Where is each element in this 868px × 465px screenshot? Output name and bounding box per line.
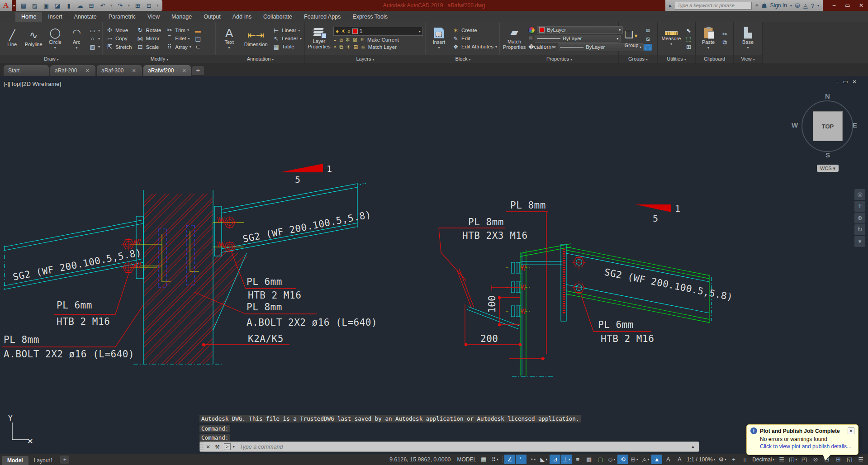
viewcube-top-face[interactable]: TOP (813, 111, 843, 141)
undo-icon[interactable]: ↶ (99, 2, 106, 9)
object-snap-tracking-icon[interactable]: ⊥▾ (561, 455, 572, 464)
ungroup-button[interactable]: ⧇ (644, 27, 652, 34)
text-button[interactable]: AText▾ (219, 23, 239, 54)
quick-select-button[interactable]: ⬉ (685, 27, 693, 34)
base-button[interactable]: ▙Base▾ (736, 23, 759, 54)
save-icon[interactable]: ▣ (43, 2, 50, 9)
help-dropdown-icon[interactable]: ▾ (817, 4, 819, 8)
plot-icon[interactable]: ⊟ (88, 2, 95, 9)
app-menu-dropdown-icon[interactable]: ▾ (12, 4, 16, 8)
sign-in-button[interactable]: Sign In (770, 2, 787, 9)
autocad-logo[interactable]: A (0, 0, 12, 11)
isolate-icon[interactable]: ▯ (740, 455, 750, 464)
panel-label-clipboard[interactable]: Clipboard (696, 55, 733, 63)
quick-properties-icon[interactable]: ☰ (776, 455, 787, 464)
wcs-menu[interactable]: WCS ▾ (817, 165, 839, 172)
customization-icon[interactable]: ☰ (855, 455, 866, 464)
pan-icon[interactable]: ✛ (854, 201, 865, 212)
redo-icon[interactable]: ↷ (117, 2, 124, 9)
stretch-button[interactable]: ⇱Stretch (106, 43, 132, 50)
save-as-icon[interactable]: ◪ (54, 2, 61, 9)
viewport-controls[interactable]: [-][Top][2D Wireframe] (4, 81, 61, 87)
plot-preview-icon[interactable]: ⊡ (145, 2, 152, 9)
isodraft-icon[interactable]: ◣▾ (538, 455, 549, 464)
edit-block-button[interactable]: ✎Edit (452, 35, 497, 42)
open-icon[interactable]: ▨ (31, 2, 38, 9)
file-tab-arafwf200[interactable]: aRafwf200✕ (143, 65, 191, 76)
polyline-button[interactable]: ∿Polyline (24, 23, 43, 54)
group-selection-button[interactable]: ⬚ (644, 44, 652, 51)
ribbon-tab-parametric[interactable]: Parametric (103, 12, 142, 22)
panel-label-annotation[interactable]: Annotation ▾ (216, 55, 304, 63)
layer-unlock2-icon[interactable]: ⊞ (354, 44, 358, 50)
new-layout-button[interactable]: + (60, 456, 69, 464)
annotation-visibility-icon[interactable]: ◬▾ (640, 455, 651, 464)
layer-unisolate-icon[interactable]: ⧉ (339, 44, 343, 50)
infer-constraints-icon[interactable]: ∠ (504, 455, 515, 464)
match-layer-button[interactable]: Match Layer (368, 44, 397, 50)
dynamic-ucs-icon[interactable]: ⟲ (617, 455, 628, 464)
ribbon-tab-output[interactable]: Output (198, 12, 227, 22)
ribbon-tab-add-ins[interactable]: Add-ins (227, 12, 257, 22)
nav-wheel-icon[interactable]: ◎ (854, 189, 865, 200)
help-icon[interactable]: ? (811, 2, 814, 9)
array-button[interactable]: ⠿Array▾ (166, 43, 191, 50)
annotation-scale2-icon[interactable]: A (674, 455, 685, 464)
lineweight-dropdown[interactable]: ByLayer▾ (535, 35, 621, 43)
model-space-button[interactable]: MODEL (456, 455, 478, 464)
ribbon-tab-collaborate[interactable]: Collaborate (257, 12, 298, 22)
layer-thaw-all-icon[interactable]: ☀ (346, 44, 351, 50)
model-tab[interactable]: Model (2, 456, 28, 465)
nav-more-icon[interactable]: ▾ (854, 236, 865, 247)
notification-close-icon[interactable]: ✕ (848, 427, 854, 434)
command-tools-icon[interactable]: ⚒ (213, 444, 222, 450)
close-button[interactable]: ✕ (854, 0, 868, 11)
command-close-icon[interactable]: ✕ (204, 444, 213, 450)
viewcube-north[interactable]: N (825, 92, 830, 100)
orbit-icon[interactable]: ↻ (854, 224, 865, 235)
table-button[interactable]: ▦Table (272, 43, 302, 50)
explode-button[interactable]: ◳ (194, 35, 202, 42)
layer-properties-button[interactable]: Layer Properties (308, 23, 331, 54)
ribbon-tab-manage[interactable]: Manage (166, 12, 198, 22)
layer-walk-icon[interactable]: ◓ (333, 44, 337, 50)
layer-freeze-icon[interactable]: ❄ (346, 37, 350, 43)
app-store-icon[interactable]: ⛁ (795, 2, 800, 9)
mirror-button[interactable]: ⋈Mirror (136, 34, 161, 43)
leader-button[interactable]: ↖Leader▾ (272, 35, 302, 42)
command-grip[interactable] (200, 442, 204, 451)
drawing-area[interactable]: [-][Top][2D Wireframe] –▭✕ (0, 76, 868, 454)
hatch-button[interactable]: ▨▾ (89, 43, 100, 50)
ui-icon[interactable]: ◰ (799, 455, 810, 464)
scale-button[interactable]: ⊡Scale (136, 43, 161, 50)
plot-details-icon[interactable]: ⊞ (833, 455, 844, 464)
file-tab-close-icon[interactable]: ✕ (85, 68, 89, 74)
workspace-icon[interactable]: ⚙▾ (717, 455, 728, 464)
redo-dropdown-icon[interactable]: ▾ (128, 3, 130, 8)
file-tab-close-icon[interactable]: ✕ (132, 68, 136, 74)
rectangle-button[interactable]: ▭▾ (89, 27, 100, 34)
panel-label-view[interactable]: View ▾ (734, 55, 762, 63)
group-button[interactable]: ❏✦Group (621, 23, 641, 54)
search-input[interactable] (675, 2, 752, 9)
zoom-icon[interactable]: ⊕ (854, 213, 865, 223)
measure-button[interactable]: Measure▾ (660, 23, 682, 54)
new-icon[interactable]: ▤ (20, 2, 27, 9)
web-mobile-icon[interactable]: ▮ (65, 2, 72, 9)
layer-off-icon[interactable]: ◒ (333, 37, 337, 43)
copy-clip-button[interactable]: ⧉ (721, 39, 729, 46)
autodesk-app-icon[interactable]: ◬ (803, 2, 808, 9)
color-dropdown[interactable]: ByLayer▾ (537, 26, 623, 34)
viewcube[interactable]: TOP N S W E (797, 93, 859, 175)
rotate-button[interactable]: ↻Rotate (136, 27, 161, 33)
panel-label-layers[interactable]: Layers ▾ (305, 55, 426, 63)
new-file-tab-button[interactable]: + (192, 66, 204, 75)
make-current-button[interactable]: Make Current (367, 37, 399, 43)
undo-dropdown-icon[interactable]: ▾ (110, 3, 113, 8)
copy-button[interactable]: ▱Copy (106, 34, 132, 43)
object-snap-icon[interactable]: ⊿ (550, 455, 560, 464)
quick-calc-button[interactable]: ⊞ (685, 43, 693, 50)
panel-label-groups[interactable]: Groups ▾ (619, 55, 657, 63)
cloud-icon[interactable]: ☁ (76, 2, 84, 9)
layer-lock-icon[interactable]: ⊠ (353, 37, 357, 43)
